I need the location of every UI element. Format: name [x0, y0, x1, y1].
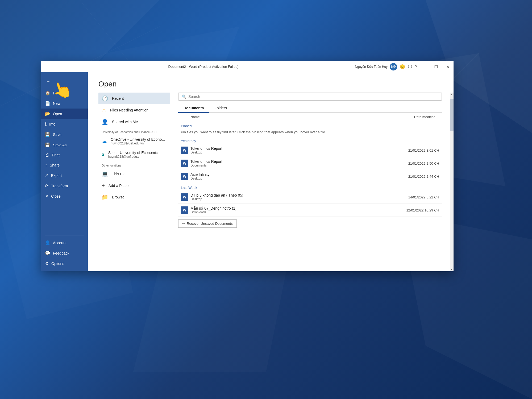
sidebar-item-open[interactable]: 📂 Open	[41, 109, 88, 119]
location-add-place[interactable]: + Add a Place	[98, 180, 170, 191]
pc-icon: 💻	[102, 171, 108, 177]
open-icon: 📂	[45, 111, 50, 116]
recent-icon: 🕐	[102, 95, 108, 102]
file-name: Tokenomics Report	[190, 159, 391, 164]
sidebar-item-share[interactable]: ↑ Share	[41, 160, 88, 170]
file-row[interactable]: W Tokenomics Report Desktop 21/01/2022 3…	[178, 144, 442, 157]
file-name: ĐT p 3 không đáp án ( Theo 05)	[190, 193, 391, 197]
file-icon-wrap: W	[181, 206, 190, 214]
file-row[interactable]: W Tokenomics Report Documents 21/01/2022…	[178, 157, 442, 170]
info-icon: ℹ	[45, 122, 47, 127]
file-info: Axie Infinity Desktop	[190, 172, 391, 180]
sidebar-label-save-as: Save As	[53, 143, 66, 147]
export-icon: ↗	[45, 173, 48, 178]
file-date: 21/01/2022 2:44 CH	[391, 174, 439, 178]
sidebar-item-new[interactable]: 📄 New	[41, 98, 88, 109]
minimize-button[interactable]: −	[419, 63, 430, 71]
search-input[interactable]	[188, 94, 438, 99]
smiley-icon[interactable]: 🙂	[400, 64, 405, 69]
sidebar-label-options: Options	[51, 261, 64, 266]
close-doc-icon: ✕	[45, 194, 48, 199]
user-name: Nguyễn Đức Tuấn Huy	[355, 65, 388, 69]
file-table: Name Date modified Pinned Pin files you …	[178, 113, 442, 271]
files-panel: 🔍 Documents Folders Name	[170, 93, 450, 271]
section-other-label: Other locations	[98, 161, 170, 168]
tab-folders[interactable]: Folders	[209, 104, 232, 113]
file-date: 21/01/2022 2:50 CH	[391, 161, 439, 165]
location-name-browse: Browse	[112, 195, 124, 199]
window-body: ← 🏠 Home 📄 New 📂 Open ℹ Info 💾 Save	[41, 72, 454, 271]
location-files-needing-attention[interactable]: ⚠ Files Needing Attention	[98, 104, 170, 116]
recover-label: Recover Unsaved Documents	[187, 222, 233, 226]
location-browse[interactable]: 📁 Browse	[98, 191, 170, 203]
main-content: Open 🕐 Recent ⚠ Files Needing Attention	[88, 72, 454, 271]
file-row[interactable]: W ĐT p 3 không đáp án ( Theo 05) Desktop…	[178, 191, 442, 204]
close-button[interactable]: ✕	[442, 63, 454, 71]
file-date: 12/01/2022 10:29 CH	[391, 208, 439, 212]
sidebar-item-account[interactable]: 👤 Account	[41, 238, 88, 248]
sidebar-item-home[interactable]: 🏠 Home	[41, 88, 88, 98]
col-date-header: Date modified	[388, 115, 435, 119]
word-doc-icon: W	[181, 160, 188, 167]
add-place-icon: +	[102, 182, 105, 189]
feedback-icon[interactable]: ☹	[408, 64, 412, 69]
file-row[interactable]: W Mẫu số 07_Denghihotro (1) Downloads 12…	[178, 204, 442, 217]
back-button[interactable]: ←	[43, 77, 53, 86]
sidebar-bottom: 👤 Account 💬 Feedback ⚙ Options	[41, 233, 88, 271]
sidebar-item-close[interactable]: ✕ Close	[41, 191, 88, 201]
search-bar[interactable]: 🔍	[178, 93, 442, 101]
word-doc-icon: W	[181, 206, 188, 214]
sidebar-item-print[interactable]: 🖨 Print	[41, 150, 88, 160]
table-header: Name Date modified	[178, 113, 442, 121]
location-recent[interactable]: 🕐 Recent	[98, 93, 170, 104]
col-name-header: Name	[190, 115, 388, 119]
file-location: Desktop	[190, 177, 391, 180]
location-this-pc[interactable]: 💻 This PC	[98, 168, 170, 180]
sites-name: Sites - University of Economics...	[108, 151, 163, 155]
scroll-up-arrow[interactable]: ▲	[450, 93, 454, 96]
back-icon: ←	[46, 79, 50, 84]
share-icon: ↑	[45, 163, 47, 168]
sidebar-item-export[interactable]: ↗ Export	[41, 170, 88, 181]
location-onedrive[interactable]: ☁ OneDrive - University of Econo... huyn…	[98, 135, 170, 148]
sidebar-item-info[interactable]: ℹ Info	[41, 119, 88, 129]
file-row[interactable]: W Axie Infinity Desktop 21/01/2022 2:44 …	[178, 170, 442, 183]
sidebar-item-save-as[interactable]: 💾 Save As	[41, 140, 88, 150]
attention-icon: ⚠	[102, 107, 106, 113]
browse-icon: 📁	[102, 194, 108, 200]
tab-documents[interactable]: Documents	[178, 104, 209, 113]
feedback-sidebar-icon: 💬	[45, 251, 50, 256]
file-icon-wrap: W	[181, 173, 190, 180]
print-icon: 🖨	[45, 153, 49, 157]
location-name-add: Add a Place	[109, 184, 129, 188]
save-as-icon: 💾	[45, 142, 50, 147]
search-icon: 🔍	[182, 94, 186, 99]
sidebar-item-options[interactable]: ⚙ Options	[41, 258, 88, 269]
sidebar-item-feedback[interactable]: 💬 Feedback	[41, 248, 88, 258]
location-name-pc: This PC	[112, 172, 125, 176]
sidebar-item-save[interactable]: 💾 Save	[41, 129, 88, 140]
location-sites[interactable]: S Sites - University of Economics... huy…	[98, 148, 170, 161]
restore-button[interactable]: ❐	[431, 63, 442, 71]
help-icon[interactable]: ?	[415, 64, 417, 69]
section-last-week: Last Week	[178, 183, 442, 191]
avatar: NĐ	[390, 63, 397, 70]
sidebar-label-share: Share	[50, 163, 60, 167]
sidebar-label-open: Open	[53, 112, 62, 116]
two-col-layout: 🕐 Recent ⚠ Files Needing Attention 👤 Sha…	[88, 93, 454, 271]
scroll-down-arrow[interactable]: ▼	[450, 268, 454, 271]
scrollbar-track[interactable]: ▲ ▼	[450, 93, 454, 271]
word-window: Document2 - Word (Product Activation Fai…	[41, 61, 454, 271]
title-bar-center: Document2 - Word (Product Activation Fai…	[168, 65, 239, 69]
scroll-thumb[interactable]	[450, 99, 454, 131]
file-info: Mẫu số 07_Denghihotro (1) Downloads	[190, 206, 391, 214]
sidebar-label-new: New	[53, 101, 60, 106]
sidebar-label-account: Account	[53, 241, 66, 245]
window-title: Document2 - Word (Product Activation Fai…	[168, 65, 239, 69]
location-shared-with-me[interactable]: 👤 Shared with Me	[98, 116, 170, 128]
recover-unsaved-button[interactable]: ↩ Recover Unsaved Documents	[178, 219, 237, 228]
options-icon: ⚙	[45, 261, 49, 266]
file-location: Documents	[190, 164, 391, 167]
location-name-recent: Recent	[112, 96, 124, 101]
sidebar-item-transform[interactable]: ⟳ Transform	[41, 181, 88, 191]
